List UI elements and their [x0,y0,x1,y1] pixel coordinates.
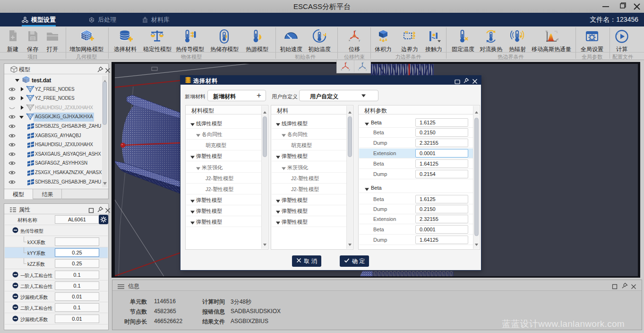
svg-text:y: y [366,68,367,71]
svg-text:y: y [349,68,350,71]
svg-text:x: x [349,39,350,42]
svg-text:z: z [363,61,364,64]
svg-text:z: z [346,61,347,64]
svg-text:z: z [355,29,356,32]
svg-text:y: y [359,39,360,42]
